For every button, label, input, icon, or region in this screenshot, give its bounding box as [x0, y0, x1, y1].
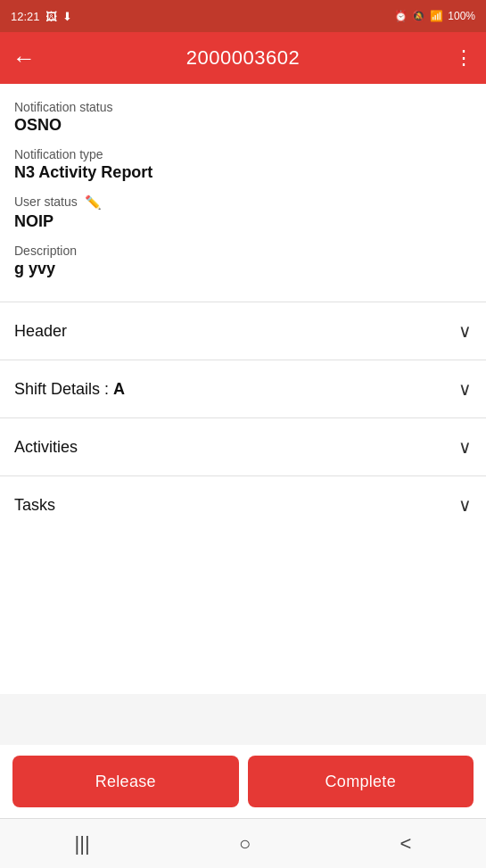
accordion-tasks-section: Tasks ∨ [0, 475, 486, 533]
page-title: 2000003602 [45, 46, 441, 70]
notification-type-value: N3 Activity Report [14, 163, 472, 182]
activities-chevron-icon: ∨ [458, 436, 472, 458]
accordion-header-toggle[interactable]: Header ∨ [0, 302, 486, 360]
accordion-shift-title: Shift Details : A [14, 380, 125, 399]
header-chevron-icon: ∨ [458, 320, 472, 342]
edit-icon[interactable]: ✏️ [85, 194, 102, 211]
accordion-header-section: Header ∨ [0, 302, 486, 360]
home-nav-icon[interactable]: ○ [239, 832, 251, 856]
release-button[interactable]: Release [12, 756, 239, 807]
notification-status-label: Notification status [14, 100, 472, 114]
status-bar-left: 12:21 🖼 ⬇ [11, 10, 72, 23]
more-button[interactable]: ⋮ [441, 46, 474, 70]
menu-nav-icon[interactable]: ||| [75, 832, 90, 856]
shift-title-bold: A [113, 380, 125, 398]
notification-status-field: Notification status OSNO [14, 100, 472, 135]
wifi-icon: 📶 [430, 10, 443, 22]
notification-status-value: OSNO [14, 116, 472, 135]
battery-text: 100% [448, 10, 475, 22]
accordion-header-title: Header [14, 322, 67, 341]
download-icon: ⬇ [62, 10, 72, 23]
shift-chevron-icon: ∨ [458, 378, 472, 400]
shift-title-prefix: Shift Details : [14, 380, 113, 398]
status-bar: 12:21 🖼 ⬇ ⏰ 🔕 📶 100% [0, 0, 486, 32]
status-bar-right: ⏰ 🔕 📶 100% [394, 10, 475, 22]
main-content: Notification status OSNO Notification ty… [0, 84, 486, 302]
empty-space [0, 533, 486, 694]
accordion-activities-section: Activities ∨ [0, 417, 486, 475]
back-nav-icon[interactable]: < [400, 832, 412, 856]
description-label: Description [14, 244, 472, 258]
user-status-field: User status ✏️ NOIP [14, 194, 472, 231]
tasks-chevron-icon: ∨ [458, 494, 472, 516]
user-status-label: User status [14, 194, 78, 209]
status-time: 12:21 [11, 10, 40, 23]
nav-bar: ||| ○ < [0, 818, 486, 868]
notification-type-label: Notification type [14, 147, 472, 161]
description-field: Description g yvy [14, 244, 472, 278]
accordion-activities-toggle[interactable]: Activities ∨ [0, 418, 486, 475]
complete-button[interactable]: Complete [248, 756, 474, 807]
top-bar: ← 2000003602 ⋮ [0, 32, 486, 84]
description-value: g yvy [14, 260, 472, 278]
alarm-icon: ⏰ [394, 10, 408, 22]
camera-icon: 🖼 [45, 10, 57, 23]
accordion-shift-section: Shift Details : A ∨ [0, 360, 486, 417]
accordion-activities-title: Activities [14, 438, 78, 457]
mute-icon: 🔕 [412, 10, 425, 22]
accordion-tasks-title: Tasks [14, 496, 55, 515]
accordion-tasks-toggle[interactable]: Tasks ∨ [0, 476, 486, 533]
notification-type-field: Notification type N3 Activity Report [14, 147, 472, 182]
back-button[interactable]: ← [12, 46, 45, 70]
accordion-shift-toggle[interactable]: Shift Details : A ∨ [0, 360, 486, 417]
user-status-value: NOIP [14, 212, 472, 231]
bottom-buttons: Release Complete [0, 745, 486, 818]
